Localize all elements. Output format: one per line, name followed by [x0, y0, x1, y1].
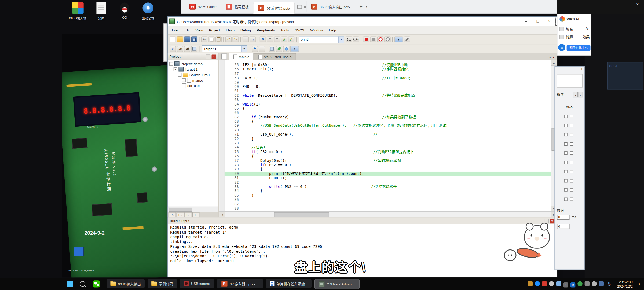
- taskbar-search-icon[interactable]: [80, 281, 85, 287]
- tray-icon-10[interactable]: [599, 281, 604, 286]
- code-line[interactable]: 65{: [225, 106, 551, 111]
- tree-item-source-grou[interactable]: −Source Grou: [168, 72, 218, 77]
- drag-upload-button[interactable]: 拖拽至此上传: [567, 45, 591, 51]
- build-icon[interactable]: [177, 46, 183, 52]
- outline-row[interactable]: 轮廓: [559, 34, 573, 39]
- pin-icon[interactable]: [206, 54, 210, 59]
- stc-field[interactable]: [557, 74, 583, 88]
- checkbox[interactable]: [564, 198, 567, 201]
- menu-project[interactable]: Project: [206, 26, 223, 34]
- effect-label[interactable]: 效果: [583, 34, 590, 39]
- wps-ai-row[interactable]: WPS AI: [559, 16, 579, 22]
- panel-tab-b[interactable]: B..: [176, 212, 184, 217]
- menu-flash[interactable]: Flash: [223, 26, 237, 34]
- menu-tools[interactable]: Tools: [278, 26, 292, 34]
- panel-tab-t[interactable]: T..: [192, 212, 199, 217]
- menu-view[interactable]: View: [192, 26, 206, 34]
- options-icon[interactable]: [259, 46, 265, 52]
- find-combo[interactable]: ▼: [299, 36, 344, 43]
- tree-expander-icon[interactable]: −: [169, 62, 173, 66]
- wps-tab[interactable]: 稻壳模板: [221, 1, 253, 12]
- code-line[interactable]: 61: [225, 89, 551, 93]
- comment-icon[interactable]: [281, 37, 287, 42]
- desktop-icon-qq[interactable]: QQ: [113, 2, 136, 20]
- nav-back-icon[interactable]: [243, 37, 249, 42]
- checkbox[interactable]: [570, 151, 573, 155]
- search-ab-icon[interactable]: [353, 37, 359, 42]
- code-line[interactable]: 83 while( P32 == 0 ); //等待P32松开: [225, 184, 551, 189]
- breakpoint-gutter[interactable]: [219, 60, 225, 211]
- checkbox[interactable]: [570, 170, 573, 173]
- taskbar-button[interactable]: C:\Users\Admini...: [314, 279, 360, 289]
- code-line[interactable]: 66: [225, 111, 551, 115]
- taskbar-button[interactable]: 07.定时器.pptx - ...: [217, 279, 263, 288]
- translate-icon[interactable]: [170, 46, 176, 52]
- code-line[interactable]: 67 if (bUsbOutReady) //如果接收到了数据: [225, 115, 551, 119]
- globe-icon[interactable]: [283, 46, 289, 52]
- checkbox[interactable]: [570, 188, 573, 191]
- checkbox[interactable]: [564, 124, 567, 127]
- tree-item-main-c[interactable]: +main.c: [168, 77, 218, 83]
- code-line[interactable]: 63: [225, 97, 551, 102]
- desktop-icon-drive[interactable]: 驱动总裁: [136, 2, 160, 20]
- find-in-files-icon[interactable]: [346, 37, 352, 42]
- maximize-button[interactable]: □: [532, 18, 543, 24]
- code-line[interactable]: 84 }: [225, 189, 551, 193]
- code-line[interactable]: 55IE2 |= 0x80; //使能USB中断: [225, 63, 551, 67]
- tree-item-project-demo[interactable]: −Project: demo: [168, 61, 218, 67]
- menu-svcs[interactable]: SVCS: [292, 26, 307, 34]
- menu-debug[interactable]: Debug: [237, 26, 254, 34]
- scroll-up-icon[interactable]: ▲: [551, 60, 557, 66]
- stc-value-field-1[interactable]: 0: [557, 215, 570, 220]
- panel-tab-f[interactable]: F..: [185, 212, 192, 217]
- wechat-icon[interactable]: [93, 280, 100, 287]
- tray-icon-6[interactable]: B: [570, 282, 576, 288]
- checkbox[interactable]: [564, 142, 567, 146]
- tray-icon-5[interactable]: ↑: [563, 282, 568, 288]
- editor-hscrollbar[interactable]: ◄ ►: [219, 211, 557, 217]
- notification-badge[interactable]: 3: [638, 282, 640, 286]
- code-line[interactable]: 77 Delay20ms(); //延时20ms消抖: [225, 158, 551, 163]
- tree-item-target-1[interactable]: −Target 1: [168, 67, 218, 72]
- rebuild-icon[interactable]: [184, 46, 190, 52]
- checkbox[interactable]: [570, 161, 573, 164]
- start-button[interactable]: [67, 281, 73, 287]
- record-dot-icon[interactable]: [304, 6, 306, 8]
- nav-forward-icon[interactable]: [250, 37, 256, 42]
- font-a-label[interactable]: A: [586, 26, 588, 31]
- target-combo-input[interactable]: [202, 46, 241, 52]
- checkbox[interactable]: [564, 179, 567, 182]
- checkbox[interactable]: [564, 170, 567, 173]
- checkbox[interactable]: [570, 115, 573, 118]
- flag-icon[interactable]: [252, 46, 258, 52]
- open-folder-icon[interactable]: [177, 37, 183, 42]
- indent-right-icon[interactable]: [274, 37, 280, 42]
- checkbox[interactable]: [570, 179, 573, 182]
- code-line[interactable]: 85 }: [225, 193, 551, 198]
- tray-icon-1[interactable]: [535, 281, 540, 286]
- breakpoint-ring-icon[interactable]: [377, 37, 383, 42]
- uncomment-icon[interactable]: [288, 37, 294, 42]
- tray-icon-9[interactable]: [592, 281, 597, 286]
- spin-right-icon[interactable]: ▸: [578, 92, 583, 97]
- batch-build-icon[interactable]: [191, 46, 197, 52]
- chevron-down-icon[interactable]: ▼: [338, 36, 344, 42]
- taskbar-button[interactable]: 示例代码: [148, 279, 177, 288]
- tree-expander-icon[interactable]: +: [182, 78, 186, 82]
- breakpoint-glass-icon[interactable]: [384, 37, 390, 42]
- wps-tab[interactable]: 07.定时器.pptx: [253, 2, 295, 14]
- code-line[interactable]: 80 printf("按键按下次数\ %d 次\r\n",(int)count)…: [225, 172, 551, 176]
- tray-icon-0[interactable]: [528, 281, 533, 286]
- menu-peripherals[interactable]: Peripherals: [254, 26, 278, 34]
- checkbox[interactable]: [570, 133, 573, 136]
- code-line[interactable]: 69 //USB_SendData(UsbOutBuffer,OutNumber…: [225, 124, 551, 128]
- checkbox[interactable]: [564, 133, 567, 136]
- editor-tab-main-c[interactable]: main.c: [229, 53, 254, 60]
- window-split-icon[interactable]: [394, 37, 403, 42]
- paste-icon[interactable]: [215, 37, 222, 42]
- stc-close-icon[interactable]: ×: [580, 67, 583, 71]
- menu-window[interactable]: Window: [307, 26, 326, 34]
- wps-cloud-icon[interactable]: ∞: [558, 44, 565, 51]
- checkbox[interactable]: [564, 161, 567, 164]
- project-hscrollbar[interactable]: [168, 207, 218, 212]
